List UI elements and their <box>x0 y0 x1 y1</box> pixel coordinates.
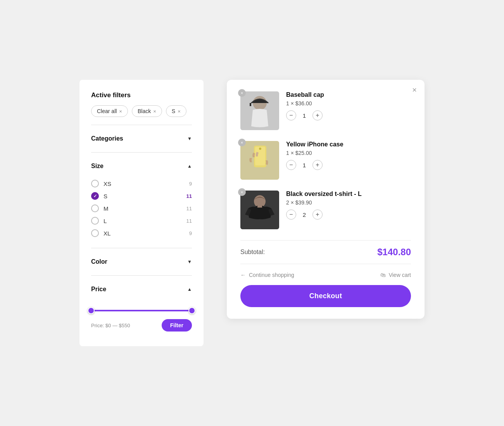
iphone-case-qty-increase[interactable]: + <box>312 160 323 170</box>
size-label-xl: XL <box>104 230 110 237</box>
size-option-s[interactable]: S 11 <box>91 190 192 202</box>
tshirt-details: Black oversized t-shirt - L 2 × $39.90 −… <box>286 191 411 220</box>
cart-bag-icon: 🛍 <box>380 272 386 278</box>
price-filter-row: Price: $0 — $550 Filter <box>91 319 192 332</box>
continue-shopping-link[interactable]: ← Continue shopping <box>240 272 294 278</box>
price-title: Price <box>91 286 106 293</box>
radio-l[interactable] <box>91 217 99 225</box>
baseball-cap-qty-val: 1 <box>302 112 307 119</box>
filter-button[interactable]: Filter <box>162 319 192 332</box>
clear-all-x[interactable]: × <box>119 108 122 114</box>
size-count-s: 11 <box>186 193 192 199</box>
size-arrow-icon: ▲ <box>187 163 192 169</box>
radio-xs[interactable] <box>91 180 99 187</box>
cart-item-tshirt: × <box>240 191 411 229</box>
size-option-xs[interactable]: XS 9 <box>91 177 192 190</box>
size-count-m: 11 <box>186 206 192 211</box>
cart-panel: × × Base <box>227 80 425 319</box>
cart-actions: ← Continue shopping 🛍 View cart <box>240 272 411 278</box>
filter-panel: Active filters Clear all × Black × S × C… <box>79 80 204 346</box>
categories-title: Categories <box>91 135 123 142</box>
slider-track <box>91 310 192 311</box>
tshirt-qty-control: − 2 + <box>286 210 411 220</box>
iphone-case-image <box>240 141 279 180</box>
size-count-l: 11 <box>186 218 192 224</box>
continue-shopping-label: Continue shopping <box>249 272 294 278</box>
svg-rect-9 <box>257 204 262 208</box>
size-title: Size <box>91 163 104 170</box>
black-tag[interactable]: Black × <box>132 105 162 117</box>
iphone-case-price: 1 × $25.00 <box>286 150 411 156</box>
slider-thumb-max[interactable] <box>188 307 195 314</box>
black-x[interactable]: × <box>153 108 156 114</box>
divider-2 <box>91 152 192 153</box>
tshirt-name: Black oversized t-shirt - L <box>286 191 411 198</box>
divider-4 <box>91 275 192 276</box>
clear-all-tag[interactable]: Clear all × <box>91 105 128 117</box>
s-tag[interactable]: S × <box>166 105 186 117</box>
size-options: XS 9 S 11 M 11 <box>91 174 192 242</box>
color-title: Color <box>91 258 107 265</box>
remove-iphone-case[interactable]: × <box>238 139 246 146</box>
svg-point-6 <box>259 148 261 150</box>
radio-xl[interactable] <box>91 229 99 237</box>
size-label-m: M <box>104 205 109 212</box>
iphone-case-name: Yellow iPhone case <box>286 141 411 148</box>
svg-rect-2 <box>250 103 251 106</box>
size-section-header[interactable]: Size ▲ <box>91 158 192 174</box>
cart-item-img-wrap-3: × <box>240 191 279 229</box>
clear-all-label: Clear all <box>97 108 117 114</box>
radio-s[interactable] <box>91 192 99 200</box>
size-label-l: L <box>104 218 107 224</box>
iphone-case-qty-val: 1 <box>302 162 307 168</box>
size-option-l[interactable]: L 11 <box>91 215 192 227</box>
filter-tags: Clear all × Black × S × <box>91 105 192 117</box>
tshirt-qty-increase[interactable]: + <box>312 210 323 220</box>
tshirt-price: 2 × $39.90 <box>286 199 411 206</box>
size-count-xl: 9 <box>189 230 192 236</box>
categories-arrow-icon: ▼ <box>187 136 192 141</box>
back-arrow-icon: ← <box>240 272 246 278</box>
cart-close-button[interactable]: × <box>412 86 417 94</box>
price-arrow-icon: ▲ <box>187 287 192 292</box>
slider-thumb-min[interactable] <box>88 307 95 314</box>
active-filters-title: Active filters <box>91 91 192 99</box>
baseball-cap-price: 1 × $36.00 <box>286 100 411 106</box>
subtotal-label: Subtotal: <box>240 249 265 256</box>
color-arrow-icon: ▼ <box>187 259 192 265</box>
price-slider[interactable] <box>91 307 192 314</box>
subtotal-row: Subtotal: $140.80 <box>240 240 411 264</box>
tshirt-qty-decrease[interactable]: − <box>286 210 296 220</box>
baseball-cap-image <box>240 91 279 130</box>
cart-item-baseball-cap: × Baseball cap 1 × $36.00 <box>240 91 411 130</box>
checkout-button[interactable]: Checkout <box>240 285 411 307</box>
remove-tshirt[interactable]: × <box>238 188 246 196</box>
view-cart-link[interactable]: 🛍 View cart <box>380 272 411 278</box>
cart-item-iphone-case: × <box>240 141 411 180</box>
subtotal-value: $140.80 <box>377 247 411 258</box>
s-label: S <box>172 108 175 114</box>
iphone-case-details: Yellow iPhone case 1 × $25.00 − 1 + <box>286 141 411 170</box>
cart-item-img-wrap-1: × <box>240 91 279 130</box>
color-section[interactable]: Color ▼ <box>91 254 192 270</box>
baseball-cap-details: Baseball cap 1 × $36.00 − 1 + <box>286 91 411 120</box>
size-option-m[interactable]: M 11 <box>91 202 192 215</box>
s-x[interactable]: × <box>178 108 181 114</box>
iphone-case-qty-control: − 1 + <box>286 160 411 170</box>
remove-baseball-cap[interactable]: × <box>238 89 246 97</box>
iphone-case-qty-decrease[interactable]: − <box>286 160 296 170</box>
divider-1 <box>91 125 192 125</box>
baseball-cap-name: Baseball cap <box>286 91 411 98</box>
size-label-xs: XS <box>104 180 111 187</box>
cart-item-img-wrap-2: × <box>240 141 279 180</box>
view-cart-label: View cart <box>389 272 411 278</box>
price-section-header[interactable]: Price ▲ <box>91 281 192 297</box>
baseball-cap-qty-decrease[interactable]: − <box>286 110 296 120</box>
baseball-cap-qty-increase[interactable]: + <box>312 110 323 120</box>
black-label: Black <box>138 108 151 114</box>
categories-section[interactable]: Categories ▼ <box>91 131 192 147</box>
size-count-xs: 9 <box>189 181 192 187</box>
tshirt-image <box>240 191 279 229</box>
radio-m[interactable] <box>91 204 99 212</box>
size-option-xl[interactable]: XL 9 <box>91 227 192 239</box>
